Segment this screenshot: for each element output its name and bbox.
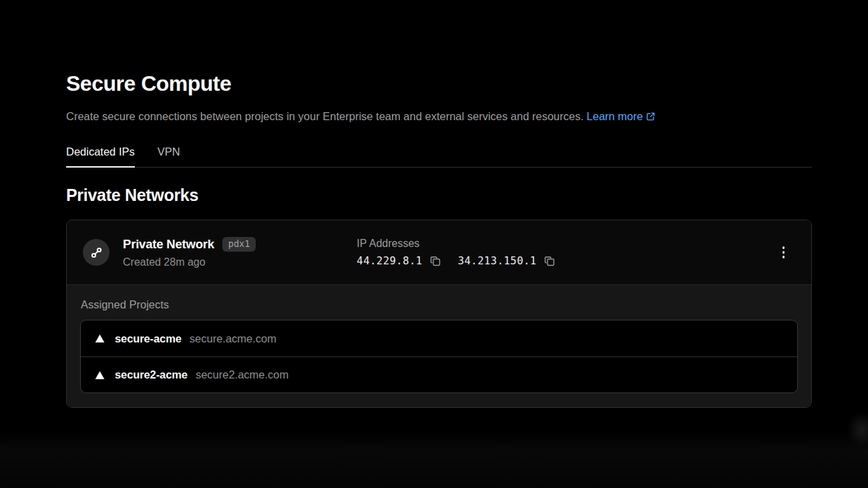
ip-addresses-row: 44.229.8.1 34.213.150.1 bbox=[357, 255, 554, 267]
network-created: Created 28m ago bbox=[123, 256, 256, 268]
private-network-card-header: Private Network pdx1 Created 28m ago IP … bbox=[67, 220, 811, 284]
kebab-menu-icon bbox=[783, 246, 785, 249]
copy-icon bbox=[430, 256, 441, 266]
project-row-secure2-acme[interactable]: secure2-acme secure2.acme.com bbox=[81, 356, 797, 393]
network-name: Private Network bbox=[123, 237, 214, 252]
vercel-triangle-icon bbox=[95, 334, 105, 343]
page-title: Secure Compute bbox=[66, 71, 812, 96]
copy-icon bbox=[544, 256, 555, 266]
copy-ip-2-button[interactable] bbox=[544, 256, 555, 266]
network-meta: Private Network pdx1 Created 28m ago bbox=[123, 237, 256, 268]
learn-more-label: Learn more bbox=[587, 110, 643, 122]
tab-bar: Dedicated IPs VPN bbox=[66, 146, 812, 168]
ip-addresses-block: IP Addresses 44.229.8.1 34.213.150.1 bbox=[357, 238, 554, 267]
private-network-icon bbox=[83, 239, 110, 266]
ip-value-1: 44.229.8.1 bbox=[357, 255, 422, 267]
project-domain: secure2.acme.com bbox=[196, 369, 288, 381]
project-row-secure-acme[interactable]: secure-acme secure.acme.com bbox=[81, 320, 797, 356]
project-name: secure-acme bbox=[115, 332, 182, 345]
link-nodes-icon bbox=[90, 246, 103, 259]
network-title-row: Private Network pdx1 bbox=[123, 237, 256, 252]
region-badge: pdx1 bbox=[222, 237, 256, 252]
ip-value-2: 34.213.150.1 bbox=[458, 255, 537, 267]
page-content: Secure Compute Create secure connections… bbox=[66, 0, 812, 408]
kebab-menu-icon bbox=[783, 251, 785, 254]
assigned-projects-list: secure-acme secure.acme.com secure2-acme… bbox=[80, 320, 798, 393]
corner-glow bbox=[847, 412, 868, 447]
vercel-triangle-icon bbox=[95, 371, 105, 380]
ip-addresses-label: IP Addresses bbox=[357, 238, 554, 250]
page-description-text: Create secure connections between projec… bbox=[66, 110, 584, 122]
tab-dedicated-ips[interactable]: Dedicated IPs bbox=[66, 146, 135, 167]
project-name: secure2-acme bbox=[115, 369, 188, 381]
private-network-card: Private Network pdx1 Created 28m ago IP … bbox=[66, 220, 812, 408]
learn-more-link[interactable]: Learn more bbox=[587, 110, 656, 122]
assigned-projects-section: Assigned Projects secure-acme secure.acm… bbox=[67, 284, 811, 407]
kebab-menu-icon bbox=[783, 256, 785, 258]
secure-compute-page: Secure Compute Create secure connections… bbox=[0, 0, 868, 488]
tab-vpn[interactable]: VPN bbox=[158, 146, 180, 167]
network-menu-button[interactable] bbox=[777, 242, 791, 262]
assigned-projects-label: Assigned Projects bbox=[81, 298, 798, 311]
bottom-gradient bbox=[0, 431, 868, 488]
page-description: Create secure connections between projec… bbox=[66, 109, 812, 123]
ip-item: 44.229.8.1 bbox=[357, 255, 440, 267]
project-domain: secure.acme.com bbox=[190, 332, 276, 345]
copy-ip-1-button[interactable] bbox=[430, 256, 441, 266]
ip-item: 34.213.150.1 bbox=[458, 255, 555, 267]
private-networks-heading: Private Networks bbox=[66, 186, 812, 205]
external-link-icon bbox=[646, 111, 656, 121]
